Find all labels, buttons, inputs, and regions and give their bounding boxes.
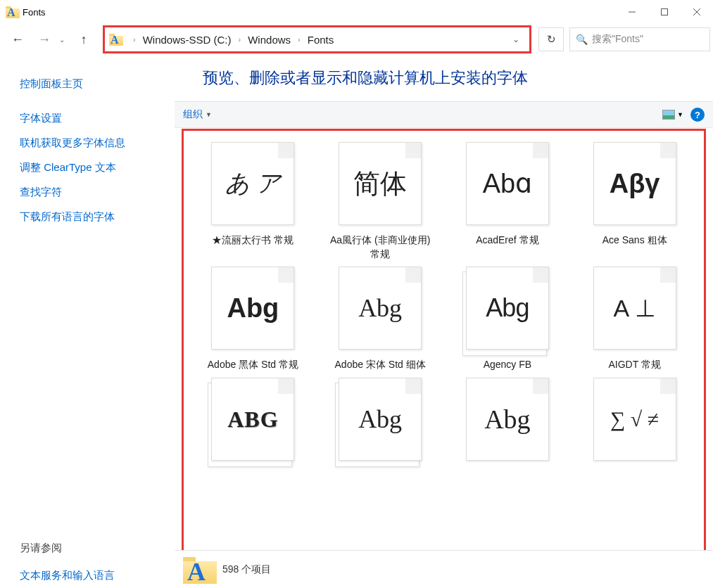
font-name-label: Ace Sans 粗体 <box>602 234 667 248</box>
search-input[interactable]: 🔍 搜索"Fonts" <box>569 27 710 51</box>
chevron-right-icon[interactable]: › <box>294 35 305 44</box>
font-item[interactable]: AβγAce Sans 粗体 <box>574 142 695 261</box>
back-button[interactable]: ← <box>6 27 30 51</box>
search-placeholder: 搜索"Fonts" <box>592 33 643 46</box>
font-preview-glyphs: A ⊥ <box>614 296 656 320</box>
view-options[interactable]: ▼ <box>662 110 683 120</box>
font-name-label: Adobe 黑体 Std 常规 <box>208 358 298 372</box>
chevron-right-icon[interactable]: › <box>129 35 140 44</box>
font-thumbnail: 简体 <box>339 142 422 225</box>
nav-row: ← → ⌄ ↑ A › Windows-SSD (C:) › Windows ›… <box>0 24 713 55</box>
font-name-label: AcadEref 常规 <box>476 234 538 248</box>
font-preview-glyphs: Abg <box>227 295 279 321</box>
font-item[interactable]: AbgAdobe 宋体 Std 细体 <box>320 267 441 372</box>
font-thumbnail: Aβγ <box>593 142 676 225</box>
window-title: Fonts <box>23 7 46 18</box>
font-thumbnail: ABG <box>211 378 294 461</box>
status-bar: A 598 个项目 <box>175 550 713 588</box>
font-preview-glyphs: あ ア <box>225 172 281 196</box>
font-item[interactable]: ∑ √ ≠ <box>574 378 695 469</box>
svg-rect-1 <box>662 9 668 15</box>
font-preview-glyphs: 简体 <box>353 170 407 197</box>
font-preview-glyphs: Abɑ <box>483 170 532 197</box>
caret-down-icon: ▼ <box>677 111 683 118</box>
font-item[interactable]: AbgAgency FB <box>447 267 569 372</box>
see-also-title: 另请参阅 <box>20 536 175 561</box>
search-icon: 🔍 <box>576 34 588 45</box>
font-thumbnail: Abg <box>339 378 422 461</box>
chevron-right-icon[interactable]: › <box>234 35 246 44</box>
sidebar: 控制面板主页 字体设置 联机获取更多字体信息 调整 ClearType 文本 查… <box>0 55 175 588</box>
sidebar-link-download-fonts[interactable]: 下载所有语言的字体 <box>20 205 175 229</box>
help-button[interactable]: ? <box>690 108 705 122</box>
sidebar-link-find-char[interactable]: 查找字符 <box>20 180 175 205</box>
breadcrumb-item[interactable]: Windows-SSD (C:) <box>140 34 234 46</box>
up-button[interactable]: ↑ <box>72 27 96 51</box>
status-text: 598 个项目 <box>222 563 271 576</box>
window-controls <box>616 0 713 24</box>
font-preview-glyphs: Abg <box>358 407 402 432</box>
font-thumbnail: A ⊥ <box>593 267 676 350</box>
font-grid-highlight: あ ア★流丽太行书 常规简体Aa風行体 (非商业使用) 常规AbɑAcadEre… <box>182 129 706 588</box>
sidebar-link-font-settings[interactable]: 字体设置 <box>20 106 175 131</box>
font-name-label: Adobe 宋体 Std 细体 <box>335 358 426 372</box>
main-area: 控制面板主页 字体设置 联机获取更多字体信息 调整 ClearType 文本 查… <box>0 55 713 588</box>
breadcrumb-item[interactable]: Fonts <box>305 34 337 46</box>
organize-menu[interactable]: 组织 ▼ <box>183 108 212 121</box>
font-item[interactable]: A ⊥AIGDT 常规 <box>574 267 695 372</box>
font-preview-glyphs: Abg <box>358 295 402 321</box>
breadcrumb-expand[interactable]: ⌄ <box>507 34 525 44</box>
sidebar-link-text-services[interactable]: 文本服务和输入语言 <box>20 563 175 588</box>
sidebar-link-cp-home[interactable]: 控制面板主页 <box>20 72 175 96</box>
app-folder-icon: A <box>6 6 17 18</box>
font-preview-glyphs: ∑ √ ≠ <box>610 409 659 430</box>
history-dropdown[interactable]: ⌄ <box>59 36 69 44</box>
page-heading: 预览、删除或者显示和隐藏计算机上安装的字体 <box>175 55 713 101</box>
titlebar: A Fonts <box>0 0 713 24</box>
breadcrumb-folder-icon: A <box>109 32 123 46</box>
font-thumbnail: Abg <box>466 267 549 350</box>
font-preview-glyphs: ABG <box>227 408 278 430</box>
sidebar-link-online-fonts[interactable]: 联机获取更多字体信息 <box>20 131 175 155</box>
font-item[interactable]: AbɑAcadEref 常规 <box>447 142 569 261</box>
font-name-label: ★流丽太行书 常规 <box>212 234 294 248</box>
font-name-label: AIGDT 常规 <box>608 358 660 372</box>
font-preview-glyphs: Abg <box>486 295 529 321</box>
close-button[interactable] <box>681 0 713 24</box>
font-item[interactable]: あ ア★流丽太行书 常规 <box>192 142 314 261</box>
font-item[interactable]: ABG <box>192 378 314 469</box>
font-item[interactable]: Abg <box>447 378 569 469</box>
status-folder-icon: A <box>183 556 217 584</box>
maximize-button[interactable] <box>648 0 681 24</box>
font-preview-glyphs: Abg <box>484 406 530 433</box>
breadcrumb-item[interactable]: Windows <box>245 34 294 46</box>
view-thumb-icon <box>662 110 675 120</box>
font-grid[interactable]: あ ア★流丽太行书 常规简体Aa風行体 (非商业使用) 常规AbɑAcadEre… <box>184 131 704 469</box>
font-name-label: Aa風行体 (非商业使用) 常规 <box>324 234 436 261</box>
font-thumbnail: あ ア <box>211 142 294 225</box>
sidebar-link-cleartype[interactable]: 调整 ClearType 文本 <box>20 155 175 180</box>
font-thumbnail: Abɑ <box>466 142 549 225</box>
font-preview-glyphs: Aβγ <box>610 170 660 197</box>
font-item[interactable]: AbgAdobe 黑体 Std 常规 <box>192 267 314 372</box>
toolbar: 组织 ▼ ▼ ? <box>175 101 713 128</box>
minimize-button[interactable] <box>616 0 648 24</box>
content-pane: 预览、删除或者显示和隐藏计算机上安装的字体 组织 ▼ ▼ ? あ ア★流丽太行书… <box>175 55 713 588</box>
font-name-label: Agency FB <box>484 358 531 372</box>
font-item[interactable]: Abg <box>320 378 441 469</box>
forward-button[interactable]: → <box>32 27 56 51</box>
breadcrumb[interactable]: A › Windows-SSD (C:) › Windows › Fonts ⌄ <box>103 25 531 53</box>
font-thumbnail: ∑ √ ≠ <box>593 378 676 461</box>
organize-label: 组织 <box>183 108 203 121</box>
font-thumbnail: Abg <box>466 378 549 461</box>
refresh-button[interactable]: ↻ <box>538 27 564 51</box>
font-item[interactable]: 简体Aa風行体 (非商业使用) 常规 <box>320 142 441 261</box>
caret-down-icon: ▼ <box>206 111 212 118</box>
font-thumbnail: Abg <box>339 267 422 350</box>
font-thumbnail: Abg <box>211 267 294 350</box>
